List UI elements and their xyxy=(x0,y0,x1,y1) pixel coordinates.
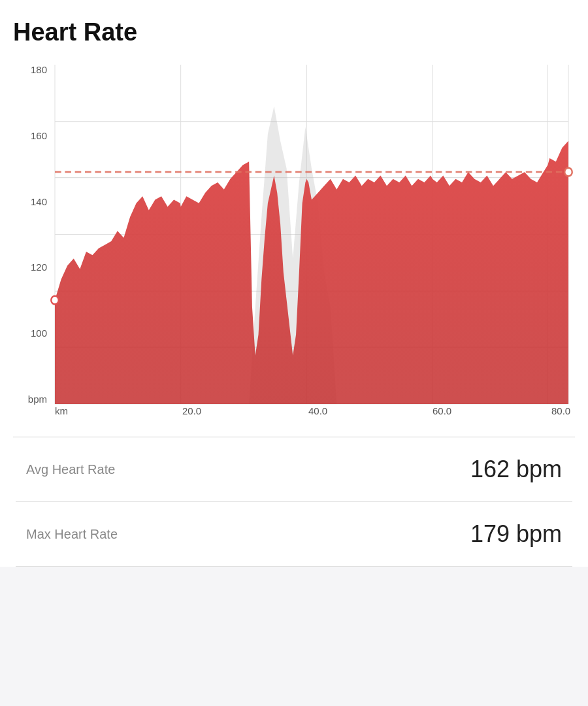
y-label-top: 180 xyxy=(13,65,52,75)
y-label-140: 140 xyxy=(13,197,52,207)
x-axis: km 20.0 40.0 60.0 80.0 xyxy=(55,405,568,430)
x-label-20: 20.0 xyxy=(182,405,201,416)
avg-heart-rate-row: Avg Heart Rate 162 bpm xyxy=(16,437,572,502)
start-dot xyxy=(51,296,59,305)
page-title: Heart Rate xyxy=(13,18,575,46)
heart-rate-card: Heart Rate 180 160 140 120 100 bpm xyxy=(0,0,588,567)
stats-section: Avg Heart Rate 162 bpm Max Heart Rate 17… xyxy=(13,437,575,567)
x-label-km: km xyxy=(55,405,68,416)
y-label-160: 160 xyxy=(13,131,52,141)
x-label-80: 80.0 xyxy=(551,405,570,416)
end-dot xyxy=(564,168,572,176)
y-axis: 180 160 140 120 100 bpm xyxy=(13,65,52,404)
chart-container: 180 160 140 120 100 bpm xyxy=(13,58,575,437)
y-label-bpm: bpm xyxy=(13,394,52,404)
chart-svg xyxy=(55,65,568,404)
max-heart-rate-label: Max Heart Rate xyxy=(26,527,118,542)
max-heart-rate-value: 179 bpm xyxy=(470,520,562,548)
x-label-40: 40.0 xyxy=(308,405,327,416)
avg-heart-rate-value: 162 bpm xyxy=(470,456,562,483)
avg-heart-rate-label: Avg Heart Rate xyxy=(26,462,115,477)
x-label-60: 60.0 xyxy=(433,405,451,416)
y-label-100: 100 xyxy=(13,328,52,338)
y-label-120: 120 xyxy=(13,262,52,272)
max-heart-rate-row: Max Heart Rate 179 bpm xyxy=(16,502,572,567)
chart-drawing-area xyxy=(55,65,568,404)
